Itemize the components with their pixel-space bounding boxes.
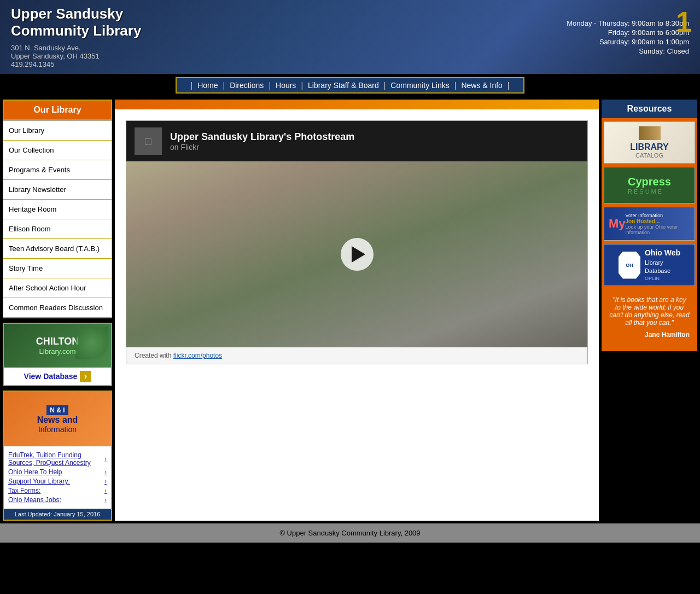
ohio-oplin-text: OPLIN <box>645 275 680 282</box>
chilton-leaf-decoration <box>75 327 108 359</box>
main-content: 2 4 3 Our Library Our Library Our Collec… <box>0 97 700 523</box>
sidebar-title: Our Library <box>3 100 112 120</box>
chilton-database-box: CHILTON Library.com View Database › <box>3 323 112 386</box>
ni-link-1[interactable]: EduTrek, Tuition Funding Sources, ProQue… <box>8 451 107 467</box>
phone-number: 419.294.1345 <box>11 60 141 68</box>
nav-home[interactable]: Home <box>195 81 220 90</box>
ni-link-3[interactable]: Support Your Library: › <box>8 477 107 485</box>
sidebar-item-ellison[interactable]: Ellison Room <box>3 219 112 239</box>
play-button[interactable] <box>341 238 374 271</box>
news-info-box: N & I News and Information EduTrek, Tuit… <box>3 391 112 521</box>
right-sidebar: Resources LIBRARY CATALOG Cypress RESUME <box>602 100 697 521</box>
ni-link-3-text: Support Your Library: <box>8 477 70 485</box>
ni-link-5-text: Ohio Means Jobs: <box>8 496 61 504</box>
hours-sat: Saturday: 9:00am to 1:00pm <box>567 38 689 46</box>
sidebar-item-tab[interactable]: Teen Advisory Board (T.A.B.) <box>3 239 112 259</box>
ni-link-2[interactable]: Ohio Here To Help › <box>8 468 107 476</box>
ni-arrow-1: › <box>104 455 107 463</box>
flickr-link[interactable]: flickr.com/photos <box>173 352 222 359</box>
voter-logo-text: Jon Husted... <box>626 218 690 224</box>
sidebar-item-storytime[interactable]: Story Time <box>3 259 112 278</box>
voter-card-image: My Voter Information Jon Husted... Look … <box>604 207 695 240</box>
flickr-avatar: □ <box>135 127 162 155</box>
nav-directions[interactable]: Directions <box>228 81 266 90</box>
voter-footer-text: Look up your Ohio voter information <box>626 224 690 235</box>
ni-subtitle: Information <box>37 425 78 434</box>
flickr-stream-title: Upper Sandusky Library's Photostream <box>170 131 354 143</box>
ohio-text-block: Ohio Web Library Database OPLIN <box>645 248 680 282</box>
ni-title: News and <box>37 415 78 425</box>
ni-arrow-3: › <box>104 477 107 485</box>
left-sidebar: Our Library Our Library Our Collection P… <box>3 100 112 521</box>
ni-link-5[interactable]: Ohio Means Jobs: › <box>8 496 107 504</box>
ohio-library-text: Library <box>645 259 680 267</box>
resources-section: Resources LIBRARY CATALOG Cypress RESUME <box>602 100 697 351</box>
library-name: Upper Sandusky Community Library <box>11 5 141 39</box>
sidebar-menu: Our Library Our Collection Programs & Ev… <box>3 120 112 318</box>
cypress-card-image: Cypress RESUME <box>604 167 695 203</box>
voter-info-text: Voter Information <box>626 213 690 218</box>
nav-hours[interactable]: Hours <box>273 81 298 90</box>
chilton-logo-subtitle: Library.com <box>36 347 79 356</box>
sidebar-item-readers[interactable]: Common Readers Discussion <box>3 298 112 318</box>
catalog-icon <box>639 126 661 140</box>
ni-link-2-text: Ohio Here To Help <box>8 468 62 476</box>
ni-image: N & I News and Information <box>4 392 111 446</box>
resources-title: Resources <box>602 100 697 118</box>
nav-community-links[interactable]: Community Links <box>388 81 451 90</box>
play-icon <box>352 246 365 263</box>
cypress-resume-card[interactable]: Cypress RESUME <box>604 167 695 203</box>
quote-text: "It is books that are a key to the wide … <box>609 296 690 327</box>
sidebar-item-newsletter[interactable]: Library Newsletter <box>3 180 112 200</box>
library-catalog-card[interactable]: LIBRARY CATALOG <box>604 121 695 164</box>
sidebar-item-programs[interactable]: Programs & Events <box>3 160 112 180</box>
flickr-avatar-icon: □ <box>145 135 151 148</box>
library-hours: Monday - Thursday: 9:00am to 8:30pm Frid… <box>567 18 689 56</box>
navigation: | Home | Directions | Hours | Library St… <box>0 74 700 97</box>
region-label-1: 1 <box>676 5 692 38</box>
quote-box: "It is books that are a key to the wide … <box>604 289 695 345</box>
sidebar-item-afterschool[interactable]: After School Action Hour <box>3 278 112 298</box>
ohio-state-shape: OH <box>619 252 640 279</box>
nav-sep-1: | <box>223 81 225 90</box>
copyright-text: © Upper Sandusky Community Library, 2009 <box>279 529 420 537</box>
hours-fri: Friday: 9:00am to 6:00pm <box>567 28 689 37</box>
library-catalog-image: LIBRARY CATALOG <box>604 122 695 163</box>
quote-author: Jane Hamilton <box>609 331 690 339</box>
flickr-info: Upper Sandusky Library's Photostream on … <box>170 131 354 152</box>
nav-sep-2: | <box>269 81 271 90</box>
flickr-footer: Created with flickr.com/photos <box>126 347 587 364</box>
nav-staff-board[interactable]: Library Staff & Board <box>306 81 381 90</box>
flickr-header: □ Upper Sandusky Library's Photostream o… <box>126 121 587 161</box>
last-updated: Last Updated: January 15, 2016 <box>4 509 111 520</box>
catalog-text-line1: LIBRARY <box>630 142 669 152</box>
library-name-line2: Community Library <box>11 22 141 39</box>
nav-sep-5: | <box>454 81 457 90</box>
ohio-card-image: OH Ohio Web Library Database OPLIN <box>604 244 695 286</box>
sidebar-item-heritage[interactable]: Heritage Room <box>3 200 112 219</box>
voter-info-card[interactable]: My Voter Information Jon Husted... Look … <box>604 207 695 241</box>
library-branding: Upper Sandusky Community Library 301 N. … <box>11 5 141 68</box>
ni-link-1-text: EduTrek, Tuition Funding Sources, ProQue… <box>8 451 104 467</box>
nav-news-info[interactable]: News & Info <box>459 81 504 90</box>
footer: © Upper Sandusky Community Library, 2009 <box>0 523 700 543</box>
ohio-web-library-card[interactable]: OH Ohio Web Library Database OPLIN <box>604 244 695 286</box>
view-database-arrow: › <box>80 371 91 382</box>
view-database-label: View Database <box>24 372 78 381</box>
sidebar-item-our-library[interactable]: Our Library <box>3 121 112 141</box>
nav-bar: | Home | Directions | Hours | Library St… <box>176 77 524 94</box>
ni-link-4[interactable]: Tax Forms: › <box>8 487 107 494</box>
ni-badge: N & I <box>46 405 68 415</box>
ni-links-container: EduTrek, Tuition Funding Sources, ProQue… <box>4 446 111 509</box>
ni-link-4-text: Tax Forms: <box>8 487 40 494</box>
voter-my-text: My <box>609 217 626 230</box>
ni-arrow-5: › <box>104 496 107 504</box>
nav-sep-end: | <box>508 81 510 90</box>
ohio-db-text: Database <box>645 267 680 275</box>
view-database-button[interactable]: View Database › <box>4 368 111 385</box>
header: Upper Sandusky Community Library 301 N. … <box>0 0 700 74</box>
library-address: 301 N. Sandusky Ave. Upper Sandusky, OH … <box>11 44 141 68</box>
flickr-stream-subtitle: on Flickr <box>170 143 354 152</box>
sidebar-item-our-collection[interactable]: Our Collection <box>3 141 112 160</box>
cypress-sub-text: RESUME <box>628 188 671 195</box>
